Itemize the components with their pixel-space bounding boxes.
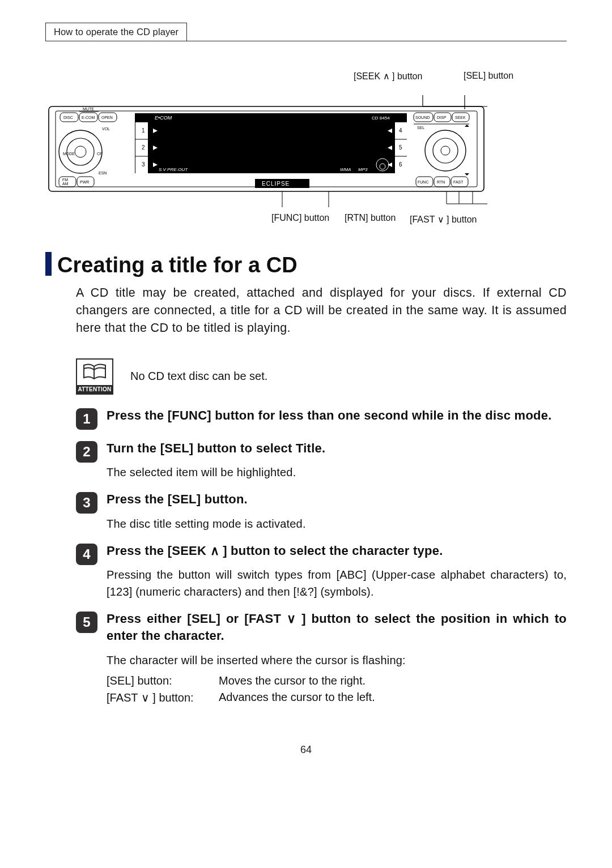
svg-text:6: 6 [399,161,402,168]
svg-text:E-COM: E-COM [82,116,95,119]
step-1: 1 Press the [FUNC] button for less than … [76,407,567,430]
svg-text:OPEN: OPEN [101,116,113,119]
svg-text:WMA: WMA [340,167,351,172]
svg-text:1: 1 [142,127,145,134]
svg-text:4: 4 [399,127,402,134]
step-number: 5 [76,612,97,633]
diagram-top-labels: [SEEK ∧ ] button [SEL] button [45,69,567,95]
svg-text:3: 3 [142,161,145,168]
cursor-value: Moves the cursor to the right. [219,674,567,687]
diagram-bottom-labels: [FUNC] button [RTN] button [FAST ∨ ] but… [45,210,567,233]
svg-text:ECLIPSE: ECLIPSE [262,181,290,187]
step-5: 5 Press either [SEL] or [FAST ∨ ] button… [76,610,567,704]
cursor-value: Advances the cursor to the left. [219,691,567,704]
step-note: The disc title setting mode is activated… [107,515,567,532]
section-heading: Creating a title for a CD [45,252,567,277]
cursor-key: [SEL] button: [107,674,214,687]
svg-text:S V PRE-OUT: S V PRE-OUT [159,167,188,172]
step-title: Turn the [SEL] button to select Title. [107,440,567,457]
svg-point-48 [75,146,86,157]
label-sel: [SEL] button [464,71,513,81]
step-title: Press the [SEEK ∧ ] button to select the… [107,542,567,559]
step-2: 2 Turn the [SEL] button to select Title.… [76,440,567,481]
heading-accent-bar [45,252,52,276]
svg-text:FM: FM [62,178,68,182]
step-number: 2 [76,441,97,463]
device-diagram: DISC E-COM OPEN MUTE SOUND DISP SEEK SEL [45,95,567,209]
step-4: 4 Press the [SEEK ∧ ] button to select t… [76,542,567,600]
attention-icon: ATTENTION [76,358,113,395]
svg-text:5: 5 [399,144,402,151]
label-func: [FUNC] button [271,213,329,223]
step-3: 3 Press the [SEL] button. The disc title… [76,491,567,532]
svg-text:DISC: DISC [63,116,73,119]
svg-text:CR: CR [97,152,103,156]
svg-text:RTN: RTN [437,180,445,184]
svg-text:SOUND: SOUND [415,116,430,119]
svg-text:SEEK: SEEK [455,116,466,119]
attention-text: No CD text disc can be set. [130,370,267,383]
svg-rect-20 [135,113,407,173]
step-number: 3 [76,492,97,514]
svg-marker-56 [465,125,469,127]
attention-label: ATTENTION [77,385,112,394]
svg-text:2: 2 [142,144,145,151]
svg-text:AM: AM [62,182,69,186]
intro-paragraph: A CD title may be created, attached and … [76,284,567,337]
step-note: Pressing the button will switch types fr… [107,566,567,600]
breadcrumb: How to operate the CD player [45,23,187,41]
svg-text:CD 8454: CD 8454 [372,116,390,121]
label-fast-down: [FAST ∨ ] button [410,214,477,225]
svg-text:MP3: MP3 [358,167,368,172]
svg-text:MUTE: MUTE [83,107,94,111]
svg-text:FUNC: FUNC [418,180,428,184]
step-number: 4 [76,544,97,565]
svg-text:PWR: PWR [80,180,89,184]
label-rtn: [RTN] button [345,213,396,223]
svg-text:FAST: FAST [453,180,464,184]
svg-point-54 [433,138,458,163]
svg-text:SEL: SEL [417,126,424,130]
attention-block: ATTENTION No CD text disc can be set. [76,358,567,395]
car-stereo-illustration: DISC E-COM OPEN MUTE SOUND DISP SEEK SEL [45,95,487,209]
svg-text:VOL: VOL [102,127,110,131]
page-number: 64 [45,744,567,756]
svg-text:MODE: MODE [63,152,75,156]
svg-text:E•COM: E•COM [155,115,172,121]
svg-point-53 [425,130,466,171]
step-title: Press the [FUNC] button for less than on… [107,407,567,424]
step-note: The selected item will be highlighted. [107,464,567,481]
page-title: Creating a title for a CD [57,253,298,277]
step-title: Press the [SEL] button. [107,491,567,508]
svg-text:DISP: DISP [437,116,447,119]
svg-marker-57 [465,173,469,176]
open-book-icon [82,363,108,383]
label-seek-up: [SEEK ∧ ] button [354,71,422,82]
step-number: 1 [76,408,97,430]
step-title: Press either [SEL] or [FAST ∨ ] button t… [107,610,567,645]
svg-text:ESN: ESN [99,171,107,175]
step-note-lead: The character will be inserted where the… [107,652,567,669]
svg-point-55 [441,146,450,155]
page: How to operate the CD player [SEEK ∧ ] b… [0,0,612,868]
cursor-table: [SEL] button: Moves the cursor to the ri… [107,674,567,704]
steps-list: 1 Press the [FUNC] button for less than … [76,407,567,704]
cursor-key: [FAST ∨ ] button: [107,691,214,704]
